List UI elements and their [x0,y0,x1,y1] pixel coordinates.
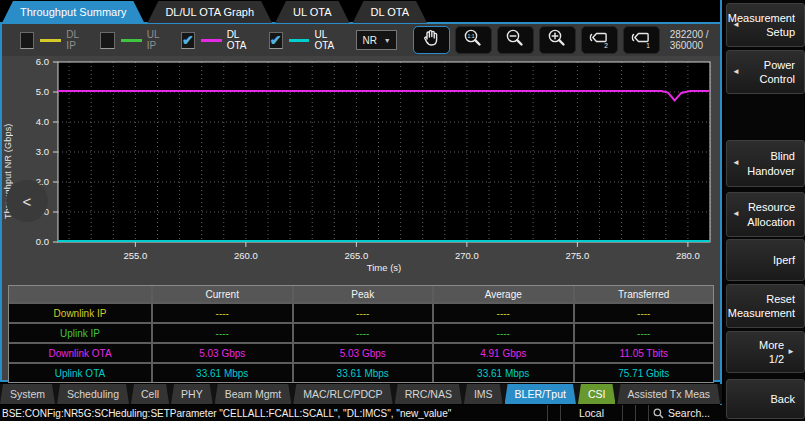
zoom-1to1-button[interactable]: 1:1 [455,26,492,54]
column-header-current: Current [153,286,292,302]
pan-hand-button[interactable] [413,26,450,54]
softkey-reset-measurement[interactable]: Reset Measurement [726,284,805,328]
zoom-1to1-icon: 1:1 [461,26,485,54]
results-table: CurrentPeakAverageTransferredDownlink IP… [8,285,714,383]
tab-beam-mgmt[interactable]: Beam Mgmt [215,384,292,404]
softkey-label: Reset Measurement [728,292,795,321]
zoom-marker-1-button[interactable]: 1 [623,26,660,54]
svg-text:265.0: 265.0 [344,250,368,261]
legend-item-dl-ota: ✔DL OTA [181,29,255,51]
zoom-out-icon [503,26,527,54]
value-cell: 4.91 Gbps [434,344,573,362]
status-cell [622,405,635,421]
zoom-out-button[interactable] [497,26,534,54]
row-label-downlink-ota: Downlink OTA [9,344,151,362]
column-header-transferred: Transferred [575,286,714,302]
sample-counter: 282200 / 360000 [670,29,720,51]
tab-ims[interactable]: IMS [464,384,503,404]
top-tab-bar: Throughput SummaryDL/UL OTA GraphUL OTAD… [2,1,427,23]
legend-item-ul-ip: UL IP [100,29,166,51]
column-header-average: Average [434,286,573,302]
throughput-chart[interactable]: Throughput NR (Gbps) 0.01.02.03.04.05.06… [2,56,720,285]
tab-rrc-nas[interactable]: RRC/NAS [395,384,462,404]
bottom-tab-bar: SystemSchedulingCellPHYBeam MgmtMAC/RLC/… [0,384,722,404]
legend-item-dl-ip: DL IP [20,29,86,51]
value-cell: ---- [153,304,292,322]
softkey-label: Blind Handover [741,149,795,178]
status-cell [547,405,560,421]
tab-system[interactable]: System [0,384,55,404]
row-label-uplink-ip: Uplink IP [9,324,151,342]
softkey-power-control[interactable]: ◄Power Control [726,50,805,94]
legend-label: UL OTA [314,29,342,51]
softkey-more-1-2[interactable]: More 1/2► [726,331,805,373]
legend-item-ul-ota: ✔UL OTA [269,29,343,51]
svg-text:280.0: 280.0 [676,250,700,261]
column-header-peak: Peak [294,286,433,302]
search-button[interactable]: Search... [648,405,724,421]
svg-text:5.0: 5.0 [36,86,49,97]
tab-throughput-summary[interactable]: Throughput Summary [2,1,144,23]
chart-toolbar: 1:121 [413,26,660,54]
svg-text:Time (s): Time (s) [367,262,401,273]
chart-controls-row: DL IPUL IP✔DL OTA✔UL OTA NR ▼ 1:121 2822… [2,24,720,56]
tab-csi[interactable]: CSI [578,384,616,404]
tab-bler-tput[interactable]: BLER/Tput [505,384,576,404]
throughput-summary-panel: DL IPUL IP✔DL OTA✔UL OTA NR ▼ 1:121 2822… [0,22,722,382]
svg-text:260.0: 260.0 [234,250,258,261]
legend-label: DL IP [66,29,86,51]
softkey-label: More 1/2 [741,338,784,367]
column-header-blank [9,286,151,302]
left-arrow-icon: ◄ [732,158,740,168]
softkey-label: Resource Allocation [741,200,795,229]
status-bar: BSE:CONFig:NR5G:SCHeduling:SETParameter … [0,405,724,421]
zoom-in-button[interactable] [539,26,576,54]
dl-ota-line-swatch [201,39,222,42]
series-legend: DL IPUL IP✔DL OTA✔UL OTA [20,29,356,51]
softkey-blind-handover[interactable]: ◄Blind Handover [726,140,805,187]
row-label-downlink-ip: Downlink IP [9,304,151,322]
softkey-measurement-setup[interactable]: ◄Measurement Setup [726,3,805,47]
softkey-resource-allocation[interactable]: ◄Resource Allocation [726,192,805,237]
right-arrow-icon: ► [787,347,795,357]
chart-plot-area[interactable]: 0.01.02.03.04.05.06.0255.0260.0265.0270.… [2,56,720,285]
tab-ul-ota[interactable]: UL OTA [275,1,350,23]
left-arrow-icon: ◄ [732,67,740,77]
svg-text:275.0: 275.0 [565,250,589,261]
search-label: Search... [668,407,710,419]
pan-hand-icon [419,26,443,54]
ul-ip-checkbox[interactable] [100,32,114,49]
rat-dropdown[interactable]: NR ▼ [356,30,396,50]
svg-text:4.0: 4.0 [36,116,49,127]
value-cell: ---- [575,304,714,322]
softkey-menu: ◄Measurement Setup◄Power Control◄Blind H… [724,0,805,421]
ul-ota-checkbox[interactable]: ✔ [269,32,283,49]
collapse-panel-button[interactable]: < [6,180,48,222]
tab-scheduling[interactable]: Scheduling [57,384,129,404]
search-icon [653,408,664,419]
value-cell: ---- [153,324,292,342]
tab-dl-ul-ota-graph[interactable]: DL/UL OTA Graph [147,1,272,23]
svg-text:0.0: 0.0 [36,236,49,247]
value-cell: ---- [575,324,714,342]
tab-phy[interactable]: PHY [171,384,213,404]
svg-text:3.0: 3.0 [36,146,49,157]
tab-mac-rlc-pdcp[interactable]: MAC/RLC/PDCP [293,384,392,404]
softkey-label: Power Control [741,58,795,87]
tab-assisted-tx-meas[interactable]: Assisted Tx Meas [617,384,720,404]
softkey-iperf[interactable]: Iperf [726,239,805,281]
svg-text:6.0: 6.0 [36,56,49,67]
softkey-back[interactable]: Back [726,379,805,419]
status-cell [635,405,648,421]
zoom-marker-2-button[interactable]: 2 [581,26,618,54]
zoom-marker-1-icon: 1 [629,26,653,54]
value-cell: ---- [294,304,433,322]
tab-dl-ota[interactable]: DL OTA [353,1,428,23]
dl-ota-checkbox[interactable]: ✔ [181,32,195,49]
value-cell: 33.61 Mbps [294,364,433,382]
ul-ip-line-swatch [121,39,142,42]
dl-ip-checkbox[interactable] [20,32,34,49]
tab-cell[interactable]: Cell [131,384,169,404]
svg-text:1:1: 1:1 [468,33,475,39]
left-arrow-icon: ◄ [732,20,740,30]
